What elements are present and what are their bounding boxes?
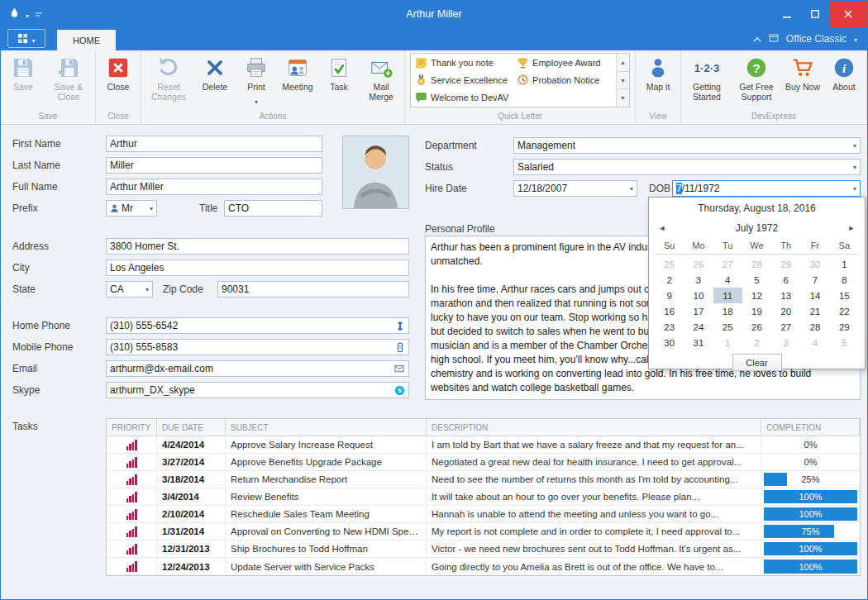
calendar-day[interactable]: 17 bbox=[684, 303, 713, 319]
phone-icon[interactable] bbox=[392, 321, 405, 331]
column-header[interactable]: COMPLETION bbox=[761, 419, 860, 436]
first-name-input[interactable]: Arthur bbox=[106, 136, 322, 152]
gallery-dropdown-icon[interactable]: ▼ bbox=[617, 89, 629, 107]
calendar-day[interactable]: 9 bbox=[655, 288, 684, 303]
task-row[interactable]: 12/24/2013Update Server with Service Pac… bbox=[107, 558, 860, 575]
qat-customize-icon[interactable] bbox=[35, 7, 43, 21]
map-it-button[interactable]: Map it bbox=[637, 51, 679, 93]
state-combobox[interactable]: CA bbox=[106, 281, 153, 298]
save-and-close-button[interactable]: Save & Close bbox=[44, 51, 93, 102]
calendar-day[interactable]: 28 bbox=[742, 256, 771, 272]
qat-dropdown-icon[interactable] bbox=[26, 7, 29, 21]
prefix-combobox[interactable]: Mr bbox=[106, 200, 157, 217]
calendar-day[interactable]: 2 bbox=[655, 272, 684, 288]
calendar-day[interactable]: 31 bbox=[684, 335, 713, 350]
column-header[interactable]: SUBJECT bbox=[226, 419, 427, 436]
calendar-day[interactable]: 5 bbox=[830, 335, 859, 350]
calendar-day[interactable]: 10 bbox=[684, 288, 713, 303]
calendar-day-selected[interactable]: 11 bbox=[713, 288, 742, 303]
calendar-day[interactable]: 30 bbox=[655, 335, 684, 350]
theme-selector[interactable]: Office Classic bbox=[786, 33, 847, 45]
state-dropdown-caret[interactable] bbox=[142, 286, 149, 293]
calendar-day[interactable]: 8 bbox=[830, 272, 859, 288]
column-header[interactable]: DUE DATE bbox=[157, 419, 226, 436]
task-row[interactable]: 2/10/2014Reschedule Sales Team MeetingHa… bbox=[107, 506, 860, 523]
dob-dropdown-caret[interactable] bbox=[850, 185, 856, 193]
home-phone-input[interactable]: (310) 555-6542 bbox=[106, 317, 409, 334]
quick-letter-item[interactable]: Welcome to DevAV bbox=[413, 88, 514, 106]
column-header[interactable]: DESCRIPTION bbox=[427, 419, 761, 436]
save-button[interactable]: Save bbox=[2, 51, 44, 93]
calendar-day[interactable]: 16 bbox=[655, 303, 684, 319]
calendar-day[interactable]: 12 bbox=[742, 288, 771, 303]
hire-date-dropdown-caret[interactable] bbox=[627, 185, 633, 193]
calendar-day[interactable]: 26 bbox=[742, 319, 771, 335]
calendar-day[interactable]: 6 bbox=[771, 272, 800, 288]
calendar-day[interactable]: 25 bbox=[655, 256, 684, 272]
status-dropdown-caret[interactable] bbox=[850, 164, 856, 171]
calendar-day[interactable]: 4 bbox=[713, 272, 742, 288]
calendar-day[interactable]: 27 bbox=[771, 319, 800, 335]
task-row[interactable]: 4/24/2014Approve Salary Increase Request… bbox=[107, 436, 860, 454]
calendar-day[interactable]: 29 bbox=[830, 319, 859, 335]
address-input[interactable]: 3800 Homer St. bbox=[106, 238, 409, 255]
application-menu-button[interactable] bbox=[7, 29, 45, 48]
zip-code-input[interactable]: 90031 bbox=[217, 281, 409, 298]
task-button[interactable]: Task bbox=[318, 51, 360, 93]
collapse-ribbon-icon[interactable] bbox=[753, 33, 761, 45]
calendar-day[interactable]: 26 bbox=[684, 256, 713, 272]
calendar-prev-month-icon[interactable]: ◄ bbox=[652, 219, 672, 237]
quick-letter-item[interactable]: Thank you note bbox=[413, 55, 514, 72]
get-free-support-button[interactable]: ? Get Free Support bbox=[731, 51, 782, 102]
department-combobox[interactable]: Management bbox=[513, 137, 861, 154]
calendar-day[interactable]: 30 bbox=[800, 256, 829, 272]
calendar-day[interactable]: 3 bbox=[771, 335, 800, 350]
reset-changes-button[interactable]: Reset Changes bbox=[143, 51, 194, 102]
delete-button[interactable]: Delete bbox=[194, 51, 236, 93]
calendar-day[interactable]: 7 bbox=[800, 272, 829, 288]
app-droplet-icon[interactable] bbox=[9, 7, 20, 21]
calendar-day[interactable]: 5 bbox=[742, 272, 771, 288]
close-window-button[interactable] bbox=[829, 1, 867, 27]
dob-picker[interactable]: 7/11/1972 bbox=[672, 180, 861, 197]
quick-letter-item[interactable]: Service Excellence bbox=[413, 72, 514, 89]
calendar-day[interactable]: 1 bbox=[713, 335, 742, 350]
calendar-day[interactable]: 23 bbox=[655, 319, 684, 335]
getting-started-button[interactable]: 1·2·3 Getting Started bbox=[683, 51, 731, 102]
calendar-day[interactable]: 19 bbox=[742, 303, 771, 319]
skype-icon[interactable]: S bbox=[391, 385, 405, 396]
title-input[interactable]: CTO bbox=[224, 200, 322, 217]
mail-merge-button[interactable]: Mail Merge bbox=[360, 51, 403, 102]
status-combobox[interactable]: Salaried bbox=[513, 159, 861, 175]
minimize-button[interactable] bbox=[773, 1, 801, 27]
quick-letter-item[interactable]: Employee Award bbox=[514, 55, 616, 72]
calendar-day[interactable]: 18 bbox=[713, 303, 742, 319]
column-header[interactable]: PRIORITY bbox=[107, 419, 157, 436]
calendar-day[interactable]: 2 bbox=[742, 335, 771, 350]
hire-date-picker[interactable]: 12/18/2007 bbox=[513, 180, 637, 197]
mobile-phone-icon[interactable] bbox=[392, 342, 405, 353]
task-row[interactable]: 3/18/2014Return Merchandise ReportNeed t… bbox=[107, 471, 860, 488]
calendar-day[interactable]: 28 bbox=[800, 319, 829, 335]
full-name-input[interactable]: Arthur Miller bbox=[106, 179, 322, 195]
about-button[interactable]: i About bbox=[823, 51, 865, 93]
buy-now-button[interactable]: Buy Now bbox=[782, 51, 823, 93]
calendar-day[interactable]: 24 bbox=[684, 319, 713, 335]
calendar-day[interactable]: 21 bbox=[800, 303, 829, 319]
tab-home[interactable]: HOME bbox=[57, 30, 116, 50]
theme-dropdown-caret[interactable] bbox=[854, 33, 857, 45]
prefix-dropdown-caret[interactable] bbox=[146, 205, 153, 212]
task-row[interactable]: 3/4/2014Review BenefitsIt will take abou… bbox=[107, 488, 860, 506]
calendar-day[interactable]: 25 bbox=[713, 319, 742, 335]
task-row[interactable]: 1/31/2014Approval on Converting to New H… bbox=[107, 523, 860, 540]
skype-input[interactable]: arthurm_DX_skype S bbox=[106, 382, 409, 398]
calendar-day[interactable]: 20 bbox=[771, 303, 800, 319]
email-envelope-icon[interactable] bbox=[390, 364, 405, 374]
calendar-day[interactable]: 1 bbox=[830, 256, 859, 272]
calendar-day[interactable]: 3 bbox=[684, 272, 713, 288]
last-name-input[interactable]: Miller bbox=[106, 157, 322, 174]
maximize-button[interactable] bbox=[801, 1, 829, 27]
task-row[interactable]: 3/27/2014Approve Benefits Upgrade Packag… bbox=[107, 454, 860, 471]
calendar-day[interactable]: 4 bbox=[800, 335, 829, 350]
quick-letter-item[interactable]: Probation Notice bbox=[514, 72, 616, 89]
